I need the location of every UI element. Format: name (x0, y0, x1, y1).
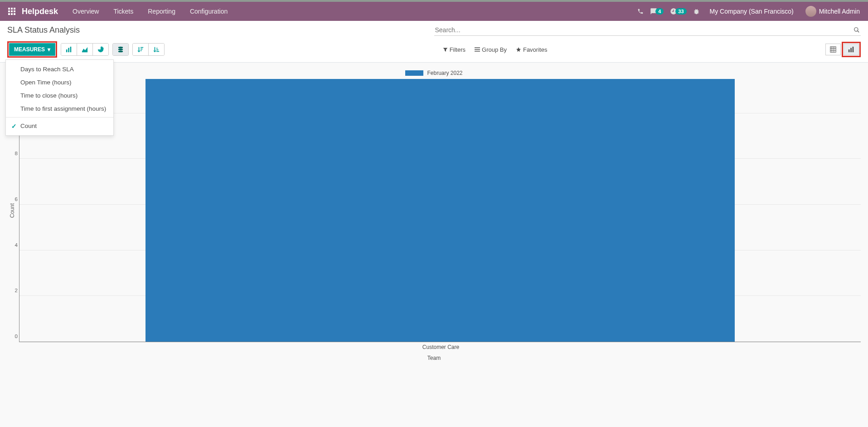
bar-chart-icon[interactable] (61, 44, 77, 55)
filters-button[interactable]: Filters (443, 46, 466, 53)
left-tools: Measures ▾ (7, 41, 165, 58)
svg-rect-13 (70, 47, 72, 52)
nav-links: Overview Tickets Reporting Configuration (66, 5, 234, 18)
measures-highlight: Measures ▾ (7, 41, 57, 58)
stack-group (112, 43, 129, 56)
page-title: SLA Status Analysis (7, 25, 434, 35)
measure-option[interactable]: Time to close (hours) (6, 89, 113, 102)
search-icon[interactable] (853, 27, 860, 33)
topbar: Helpdesk Overview Tickets Reporting Conf… (0, 0, 868, 21)
stacked-icon[interactable] (113, 44, 128, 55)
svg-rect-2 (14, 8, 15, 10)
list-icon (475, 47, 480, 52)
svg-rect-11 (66, 49, 68, 52)
x-tick-label: Customer Care (7, 342, 861, 351)
messages-icon[interactable]: 4 (650, 8, 664, 15)
favorites-button[interactable]: Favorites (516, 46, 547, 53)
user-name: Mitchell Admin (819, 8, 860, 15)
svg-rect-5 (14, 10, 15, 12)
measure-option[interactable]: Days to Reach SLA (6, 63, 113, 76)
nav-overview[interactable]: Overview (66, 5, 105, 18)
avatar (805, 6, 816, 17)
sort-group (132, 43, 165, 56)
brand[interactable]: Helpdesk (20, 7, 66, 16)
pivot-view-button[interactable] (825, 44, 841, 55)
legend-label: February 2022 (427, 70, 462, 76)
measure-option[interactable]: Time to first assignment (hours) (6, 102, 113, 115)
apps-icon[interactable] (4, 5, 20, 18)
filter-group: Filters Group By Favorites (443, 46, 548, 53)
plot-area: 0246810 (19, 79, 861, 342)
measure-count[interactable]: Count (6, 119, 113, 133)
company-selector[interactable]: My Company (San Francisco) (706, 8, 797, 15)
activities-badge: 33 (675, 8, 686, 15)
measures-label: Measures (14, 46, 45, 53)
search-input[interactable] (435, 26, 854, 34)
svg-rect-18 (475, 49, 480, 50)
sort-desc-icon[interactable] (133, 44, 149, 55)
filter-icon (443, 47, 448, 52)
svg-rect-1 (11, 8, 13, 10)
star-icon (516, 47, 521, 52)
caret-down-icon: ▾ (48, 46, 50, 53)
pie-chart-icon[interactable] (93, 44, 108, 55)
nav-tickets[interactable]: Tickets (107, 5, 140, 18)
chart-container: February 2022 Count 0246810 Customer Car… (0, 63, 868, 361)
debug-icon[interactable] (693, 8, 700, 15)
search-bar[interactable] (434, 25, 861, 36)
measures-button[interactable]: Measures ▾ (9, 43, 55, 56)
svg-rect-26 (850, 48, 852, 53)
phone-icon[interactable] (637, 8, 644, 15)
control-panel: SLA Status Analysis Measures ▾ (0, 21, 868, 63)
sort-asc-icon[interactable] (149, 44, 164, 55)
svg-rect-25 (849, 49, 850, 52)
activities-icon[interactable]: 33 (670, 8, 686, 15)
svg-point-15 (118, 49, 123, 50)
chart-type-group (61, 43, 109, 56)
svg-point-9 (854, 28, 858, 31)
measure-option[interactable]: Open Time (hours) (6, 76, 113, 89)
svg-line-10 (858, 31, 859, 33)
svg-rect-19 (475, 51, 480, 52)
svg-rect-0 (8, 8, 10, 10)
svg-point-14 (118, 47, 123, 49)
groupby-button[interactable]: Group By (475, 46, 507, 53)
messages-badge: 4 (655, 8, 664, 15)
svg-rect-4 (11, 10, 13, 12)
graph-view-button[interactable] (844, 44, 859, 55)
svg-point-16 (118, 50, 123, 52)
view-switch (825, 42, 861, 57)
svg-rect-3 (8, 10, 10, 12)
svg-rect-6 (8, 13, 10, 15)
svg-rect-8 (14, 13, 15, 15)
chart-body: Count 0246810 (7, 79, 861, 342)
line-chart-icon[interactable] (77, 44, 93, 55)
chart-bar[interactable] (145, 79, 734, 342)
legend-swatch (405, 70, 423, 76)
nav-configuration[interactable]: Configuration (184, 5, 234, 18)
measures-dropdown: Days to Reach SLA Open Time (hours) Time… (5, 59, 114, 136)
svg-rect-7 (11, 13, 13, 15)
systray: 4 33 My Company (San Francisco) Mitchell… (637, 6, 864, 17)
graph-view-highlight (842, 42, 861, 57)
svg-rect-12 (68, 48, 69, 53)
x-axis-label: Team (7, 351, 861, 361)
svg-rect-20 (830, 47, 836, 52)
nav-reporting[interactable]: Reporting (141, 5, 182, 18)
svg-rect-27 (853, 47, 854, 52)
chart-legend: February 2022 (7, 67, 861, 79)
user-menu[interactable]: Mitchell Admin (804, 6, 862, 17)
dropdown-separator (6, 117, 113, 118)
svg-rect-17 (475, 48, 480, 49)
